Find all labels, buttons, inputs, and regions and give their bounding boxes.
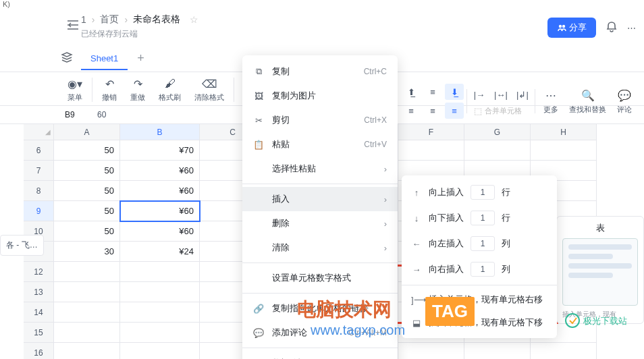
- cell[interactable]: ¥70: [120, 140, 200, 161]
- row-header[interactable]: 12: [24, 262, 54, 282]
- grid-corner[interactable]: ◢: [24, 124, 54, 140]
- row-header[interactable]: 15: [24, 323, 54, 343]
- count-input[interactable]: 1: [471, 211, 495, 225]
- doc-title[interactable]: 未命名表格: [133, 13, 180, 26]
- svg-point-1: [562, 25, 565, 28]
- menu-number-format[interactable]: 设置单元格数字格式: [242, 266, 398, 290]
- cell[interactable]: [531, 140, 597, 161]
- insert-cols-left[interactable]: ←向左插入1列: [402, 231, 557, 256]
- cell[interactable]: [398, 140, 464, 161]
- breadcrumb[interactable]: 1 › 首页 › 未命名表格 ☆: [81, 13, 198, 26]
- chevron-right-icon: ›: [384, 194, 387, 204]
- cell[interactable]: [120, 302, 200, 323]
- col-header[interactable]: H: [531, 124, 597, 140]
- cell[interactable]: [120, 282, 200, 302]
- more-tools-button[interactable]: ⋯更多: [538, 88, 564, 115]
- share-button[interactable]: 分享: [547, 18, 596, 38]
- insert-cols-right[interactable]: →向右插入1列: [402, 256, 557, 282]
- cell[interactable]: [464, 343, 531, 359]
- left-tab-pill[interactable]: 各 - 飞…: [0, 235, 44, 256]
- cell[interactable]: 50: [54, 181, 120, 201]
- col-header[interactable]: F: [398, 124, 464, 140]
- cell[interactable]: ¥60: [120, 181, 200, 201]
- bell-icon[interactable]: [606, 21, 618, 35]
- align-left-icon[interactable]: ≡: [402, 103, 421, 119]
- cell[interactable]: [54, 343, 120, 359]
- row-header[interactable]: 14: [24, 302, 54, 323]
- menu-data-validation[interactable]: ☑数据验证: [242, 351, 398, 359]
- menu-add-comment[interactable]: 💬添加评论Ctrl+Alt+M: [242, 321, 398, 345]
- wrap-clip-icon[interactable]: |↔|: [491, 87, 510, 103]
- cell[interactable]: 50: [54, 201, 120, 221]
- row-header[interactable]: 7: [24, 161, 54, 181]
- svg-text:极光下载站: 极光下载站: [583, 316, 627, 326]
- menu-paste[interactable]: 📋粘贴Ctrl+V: [242, 132, 398, 157]
- cell[interactable]: [120, 262, 200, 282]
- insert-rows-below[interactable]: ↓向下插入1行: [402, 205, 557, 231]
- cell[interactable]: ¥60: [120, 161, 200, 181]
- cell[interactable]: 50: [54, 221, 120, 242]
- context-menu[interactable]: ⧉复制Ctrl+C 🖼复制为图片 ✂剪切Ctrl+X 📋粘贴Ctrl+V 选择性…: [242, 55, 398, 359]
- cell-value[interactable]: 60: [97, 110, 106, 119]
- menu-copy-link[interactable]: 🔗复制指向此单元格的链接: [242, 296, 398, 321]
- add-sheet-button[interactable]: +: [128, 46, 154, 71]
- menu-button[interactable]: ◉▾菜单: [61, 76, 89, 103]
- align-top-icon[interactable]: ⬆̲: [402, 84, 421, 100]
- cell[interactable]: [120, 323, 200, 343]
- wrap-wrap-icon[interactable]: |↲|: [513, 87, 532, 103]
- cell[interactable]: [54, 282, 120, 302]
- align-right-icon[interactable]: ≡: [445, 103, 464, 119]
- row-header[interactable]: 16: [24, 343, 54, 359]
- col-header[interactable]: G: [464, 124, 531, 140]
- row-header[interactable]: 6: [24, 140, 54, 161]
- breadcrumb-home[interactable]: 首页: [100, 13, 119, 26]
- cell[interactable]: [531, 343, 597, 359]
- menu-insert[interactable]: 插入›: [242, 187, 398, 211]
- row-header[interactable]: 8: [24, 181, 54, 201]
- cell[interactable]: [464, 140, 531, 161]
- menu-cut[interactable]: ✂剪切Ctrl+X: [242, 108, 398, 132]
- cell-reference[interactable]: B9: [61, 109, 97, 121]
- menu-delete[interactable]: 删除›: [242, 211, 398, 236]
- col-header[interactable]: B: [120, 124, 200, 140]
- align-middle-icon[interactable]: ≡: [423, 84, 442, 100]
- collapse-icon[interactable]: [68, 20, 78, 32]
- count-input[interactable]: 1: [471, 236, 495, 251]
- insert-rows-above[interactable]: ↑向上插入1行: [402, 180, 557, 205]
- undo-button[interactable]: ↶撤销: [95, 76, 124, 103]
- find-replace-button[interactable]: 🔍查找和替换: [564, 88, 612, 115]
- cell[interactable]: [54, 323, 120, 343]
- cell[interactable]: [54, 262, 120, 282]
- menu-clear[interactable]: 清除›: [242, 236, 398, 260]
- cell[interactable]: ¥24: [120, 242, 200, 262]
- col-header[interactable]: A: [54, 124, 120, 140]
- redo-button[interactable]: ↷重做: [124, 76, 152, 103]
- count-input[interactable]: 1: [471, 185, 495, 200]
- side-panel[interactable]: 表 插入单元格，现有: [556, 216, 644, 324]
- cell[interactable]: 50: [54, 161, 120, 181]
- clear-format-button[interactable]: ⌫清除格式: [188, 76, 231, 103]
- more-icon[interactable]: ⋯: [627, 23, 636, 33]
- cell[interactable]: 50: [54, 140, 120, 161]
- menu-paste-special[interactable]: 选择性粘贴›: [242, 157, 398, 181]
- menu-copy[interactable]: ⧉复制Ctrl+C: [242, 59, 398, 84]
- merge-cells-button[interactable]: ⬚ 合并单元格: [470, 106, 532, 116]
- row-header[interactable]: 9: [24, 201, 54, 221]
- cell[interactable]: [54, 302, 120, 323]
- cell[interactable]: [398, 343, 464, 359]
- format-painter-button[interactable]: 🖌格式刷: [152, 76, 188, 103]
- cell[interactable]: 30: [54, 242, 120, 262]
- menu-copy-image[interactable]: 🖼复制为图片: [242, 84, 398, 108]
- cell[interactable]: ¥60: [120, 201, 200, 221]
- comment-button[interactable]: 💬评论: [612, 88, 637, 115]
- align-center-icon[interactable]: ≡: [423, 103, 442, 119]
- cell[interactable]: ¥60: [120, 221, 200, 242]
- sheet-tab[interactable]: Sheet1: [81, 48, 128, 70]
- star-icon[interactable]: ☆: [190, 14, 198, 25]
- align-bottom-icon[interactable]: ⬇̲: [445, 84, 464, 100]
- cell[interactable]: [120, 343, 200, 359]
- wrap-overflow-icon[interactable]: |→: [470, 87, 489, 103]
- count-input[interactable]: 1: [471, 262, 495, 277]
- layers-icon[interactable]: [61, 51, 73, 65]
- row-header[interactable]: 13: [24, 282, 54, 302]
